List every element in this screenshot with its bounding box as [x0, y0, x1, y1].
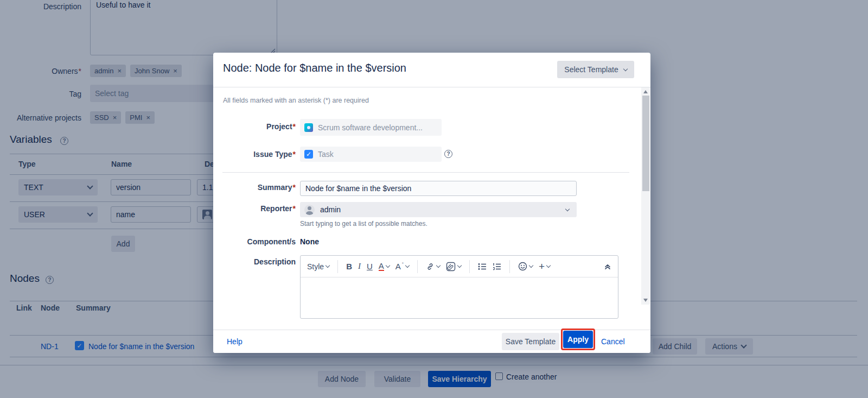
chevron-down-icon	[623, 66, 627, 71]
task-type-icon: ✓	[304, 150, 313, 159]
bullet-list-button[interactable]	[478, 263, 487, 270]
editor-toolbar: Style B I U A A°	[301, 256, 618, 277]
attachment-dropdown[interactable]	[446, 262, 461, 271]
required-fields-note: All fields marked with an asterisk (*) a…	[223, 97, 369, 104]
issue-type-field: ✓ Task	[300, 147, 442, 162]
scroll-up-icon[interactable]	[643, 90, 648, 93]
style-dropdown[interactable]: Style	[307, 262, 329, 271]
divider	[222, 172, 629, 173]
toolbar-separator	[417, 260, 418, 273]
double-chevron-up-icon	[604, 263, 611, 270]
reporter-label: Reporter*	[213, 204, 296, 213]
issue-type-label: Issue Type*	[213, 150, 296, 159]
project-label: Project*	[213, 122, 296, 131]
apply-button[interactable]: Apply	[563, 331, 593, 348]
select-template-button[interactable]: Select Template	[557, 61, 634, 78]
chevron-down-icon	[386, 263, 390, 268]
link-dropdown[interactable]	[426, 262, 440, 271]
chevron-down-icon	[457, 263, 462, 268]
toolbar-separator	[337, 260, 338, 273]
toolbar-separator	[509, 260, 510, 273]
node-edit-dialog: Node: Node for $name in the $version Sel…	[213, 53, 650, 353]
bold-button[interactable]: B	[346, 262, 352, 271]
summary-label: Summary*	[213, 183, 296, 192]
chevron-down-icon	[405, 263, 410, 268]
bullet-list-icon	[478, 263, 487, 270]
toolbar-separator	[469, 260, 470, 273]
description-editor[interactable]: Style B I U A A°	[300, 255, 618, 319]
chevron-down-icon	[546, 263, 551, 268]
text-color-dropdown[interactable]: A	[379, 262, 390, 271]
emoji-icon	[518, 262, 527, 271]
insert-more-dropdown[interactable]: +	[539, 263, 550, 270]
numbered-list-button[interactable]	[493, 263, 501, 270]
paperclip-icon	[446, 262, 456, 271]
link-icon	[426, 262, 435, 271]
reporter-select[interactable]: admin	[300, 202, 577, 217]
divider	[213, 87, 650, 87]
components-label: Component/s	[213, 237, 296, 246]
numbered-list-icon	[493, 263, 501, 270]
reporter-hint: Start typing to get a list of possible m…	[300, 220, 427, 228]
chevron-down-icon	[565, 206, 570, 211]
chevron-down-icon	[529, 263, 533, 268]
dialog-footer: Help Save Template Apply Cancel	[213, 330, 650, 353]
summary-input[interactable]: Node for $name in the $version	[300, 181, 577, 196]
project-avatar-icon	[304, 123, 313, 132]
components-value: None	[300, 237, 319, 246]
text-styles-dropdown[interactable]: A°	[395, 262, 409, 271]
description-label: Description	[213, 257, 296, 266]
apply-highlight-annotation: Apply	[561, 328, 595, 350]
chevron-down-icon	[326, 263, 330, 268]
issue-type-help-icon[interactable]: ?	[444, 150, 452, 158]
reporter-avatar-icon	[304, 205, 315, 215]
emoji-dropdown[interactable]	[518, 262, 533, 271]
screen: Description Useful to have it Owners* ad…	[0, 0, 868, 398]
chevron-down-icon	[436, 263, 441, 268]
dialog-title: Node: Node for $name in the $version	[223, 62, 406, 74]
help-link[interactable]: Help	[227, 337, 242, 346]
scrollbar-thumb[interactable]	[642, 96, 649, 191]
cancel-link[interactable]: Cancel	[601, 337, 625, 346]
dialog-scrollbar[interactable]	[641, 87, 650, 305]
project-field: Scrum software development...	[300, 119, 442, 136]
italic-button[interactable]: I	[358, 262, 361, 271]
collapse-toolbar-button[interactable]	[604, 263, 611, 270]
editor-content-area[interactable]	[301, 277, 618, 318]
save-template-button[interactable]: Save Template	[502, 333, 559, 350]
scroll-down-icon[interactable]	[643, 299, 648, 302]
underline-button[interactable]: U	[367, 262, 373, 271]
